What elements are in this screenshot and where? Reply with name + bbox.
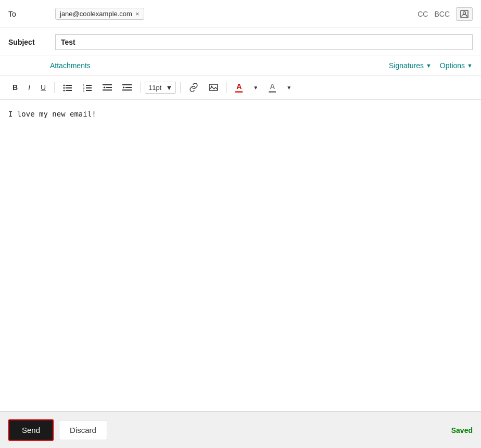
subject-label: Subject bbox=[8, 38, 55, 46]
to-field-content: jane@coolexample.com × bbox=[55, 8, 417, 20]
to-actions: CC BCC bbox=[417, 7, 473, 21]
saved-status: Saved bbox=[451, 426, 473, 434]
recipient-chip[interactable]: jane@coolexample.com × bbox=[55, 8, 144, 20]
font-size-selector[interactable]: 11pt ▼ bbox=[145, 82, 176, 94]
font-size-value: 11pt bbox=[148, 84, 161, 92]
svg-point-2 bbox=[64, 85, 65, 86]
separator-1 bbox=[54, 82, 55, 93]
svg-rect-7 bbox=[66, 90, 72, 91]
bcc-button[interactable]: BCC bbox=[434, 10, 450, 18]
svg-rect-14 bbox=[103, 84, 112, 85]
to-label: To bbox=[8, 10, 55, 18]
signatures-arrow-icon: ▼ bbox=[426, 62, 432, 69]
separator-2 bbox=[140, 82, 141, 93]
to-row: To jane@coolexample.com × CC BCC bbox=[0, 0, 481, 28]
signatures-button[interactable]: Signatures ▼ bbox=[389, 61, 432, 70]
font-size-arrow-icon: ▼ bbox=[166, 84, 172, 92]
italic-button[interactable]: I bbox=[24, 81, 34, 94]
separator-4 bbox=[226, 82, 227, 93]
svg-rect-18 bbox=[125, 87, 132, 88]
text-color-button[interactable]: A bbox=[231, 80, 247, 95]
svg-rect-3 bbox=[66, 85, 72, 86]
numbered-list-icon: 1. 2. 3. bbox=[83, 83, 92, 92]
recipient-email: jane@coolexample.com bbox=[60, 10, 132, 18]
svg-rect-9 bbox=[86, 85, 92, 86]
bullet-list-button[interactable] bbox=[59, 81, 77, 94]
contacts-icon bbox=[460, 9, 469, 19]
svg-point-1 bbox=[463, 11, 466, 14]
link-button[interactable] bbox=[185, 81, 202, 94]
footer: Send Discard Saved bbox=[0, 412, 481, 448]
svg-rect-11 bbox=[86, 87, 92, 88]
right-options: Signatures ▼ Options ▼ bbox=[389, 61, 473, 70]
text-color-dropdown[interactable]: ▼ bbox=[249, 82, 262, 93]
underline-button[interactable]: U bbox=[36, 81, 50, 94]
svg-rect-15 bbox=[106, 87, 112, 88]
text-color-icon: A bbox=[235, 82, 243, 93]
svg-rect-5 bbox=[66, 87, 72, 88]
email-body[interactable]: I love my new email! bbox=[0, 100, 481, 412]
send-button[interactable]: Send bbox=[8, 419, 54, 441]
options-button[interactable]: Options ▼ bbox=[440, 61, 473, 70]
numbered-list-button[interactable]: 1. 2. 3. bbox=[79, 81, 96, 94]
highlight-button[interactable]: A bbox=[264, 80, 280, 95]
formatting-toolbar: B I U 1. 2. 3. bbox=[0, 75, 481, 100]
outdent-button[interactable] bbox=[98, 81, 116, 94]
bullet-list-icon bbox=[63, 83, 72, 92]
indent-icon bbox=[122, 83, 132, 92]
subject-input[interactable] bbox=[55, 34, 473, 50]
svg-point-6 bbox=[64, 90, 65, 92]
bold-button[interactable]: B bbox=[8, 81, 22, 94]
svg-point-4 bbox=[64, 87, 65, 89]
svg-rect-17 bbox=[122, 84, 132, 85]
subject-row: Subject bbox=[0, 28, 481, 56]
highlight-arrow-icon: ▼ bbox=[286, 85, 292, 91]
highlight-icon: A bbox=[269, 82, 276, 93]
options-row: Attachments Signatures ▼ Options ▼ bbox=[0, 56, 481, 75]
attachments-button[interactable]: Attachments bbox=[8, 61, 91, 70]
indent-button[interactable] bbox=[118, 81, 136, 94]
svg-text:3.: 3. bbox=[83, 89, 85, 92]
options-arrow-icon: ▼ bbox=[467, 62, 473, 69]
discard-button[interactable]: Discard bbox=[59, 420, 107, 440]
cc-button[interactable]: CC bbox=[417, 10, 428, 18]
svg-rect-16 bbox=[103, 89, 112, 91]
separator-3 bbox=[180, 82, 181, 93]
link-icon bbox=[189, 83, 198, 92]
outdent-icon bbox=[103, 83, 112, 92]
chip-close-icon[interactable]: × bbox=[135, 10, 140, 17]
image-button[interactable] bbox=[205, 81, 222, 94]
svg-rect-20 bbox=[209, 84, 218, 91]
highlight-dropdown[interactable]: ▼ bbox=[282, 82, 296, 93]
compose-window: To jane@coolexample.com × CC BCC Subject bbox=[0, 0, 481, 448]
image-icon bbox=[209, 83, 218, 92]
svg-rect-13 bbox=[86, 90, 92, 91]
text-color-arrow-icon: ▼ bbox=[253, 85, 258, 91]
svg-rect-19 bbox=[122, 89, 132, 91]
contacts-icon-button[interactable] bbox=[456, 7, 473, 21]
